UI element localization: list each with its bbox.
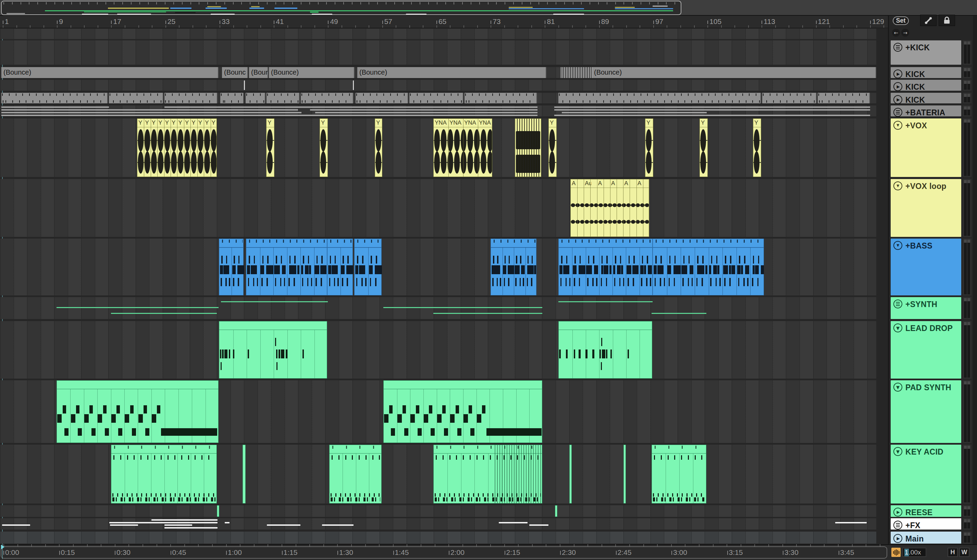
track-header-kick[interactable]: ▶KICK — [891, 93, 961, 103]
clip-slice[interactable]: Y — [144, 119, 151, 177]
chevron-circle-icon[interactable]: ▼ — [893, 121, 902, 130]
chevron-circle-icon[interactable]: ▼ — [893, 241, 902, 250]
lock-button[interactable] — [939, 15, 955, 26]
clip-slice[interactable] — [604, 179, 610, 237]
audio-clip-vocal[interactable]: Y — [753, 118, 761, 177]
track-row-lead-drop[interactable] — [0, 321, 876, 378]
clip-slice[interactable]: Y — [151, 119, 158, 177]
play-circle-icon[interactable]: ▶ — [893, 70, 902, 78]
clip-slice[interactable]: Y — [184, 119, 191, 177]
clip-slice[interactable] — [577, 179, 584, 237]
small-midi-clip[interactable] — [555, 505, 557, 517]
clip-slice[interactable] — [616, 179, 623, 237]
play-circle-icon[interactable]: ▶ — [893, 95, 902, 104]
audio-clip-grey[interactable] — [301, 93, 354, 103]
audio-clip-grey[interactable] — [2, 93, 108, 103]
audio-clip-grey[interactable] — [464, 93, 537, 103]
fixed-height-button[interactable]: H — [947, 548, 958, 557]
small-midi-clip[interactable] — [623, 445, 626, 503]
track-row-fx[interactable] — [0, 518, 876, 530]
midi-clip-bass[interactable] — [219, 238, 244, 295]
small-midi-clip[interactable] — [569, 445, 572, 503]
audio-clip-bounce[interactable]: (Bounce) — [2, 67, 219, 78]
midi-clip-acid[interactable] — [433, 445, 542, 503]
track-header-fx[interactable]: +FX — [891, 518, 961, 530]
clip-slice[interactable]: YNA — [448, 119, 464, 177]
audio-clip-grey[interactable] — [246, 93, 266, 103]
midi-clip-bass[interactable] — [558, 238, 653, 295]
track-header-vox-loop[interactable]: ▼+VOX loop — [891, 179, 961, 237]
clip-slice[interactable]: Y — [170, 119, 177, 177]
track-row-pad-synth[interactable] — [0, 380, 876, 443]
clip-slice[interactable]: YNA — [463, 119, 478, 177]
clip-slice[interactable]: Y — [137, 119, 144, 177]
audio-clip-grey[interactable] — [409, 93, 464, 103]
track-header-reese[interactable]: ▶REESE — [891, 505, 961, 517]
track-header-pad-synth[interactable]: ▼PAD SYNTH — [891, 380, 961, 443]
chevron-circle-icon[interactable]: ▼ — [893, 182, 902, 190]
forward-button[interactable]: → — [901, 29, 909, 37]
clip-slice[interactable]: Y — [157, 119, 164, 177]
audio-clip-grey[interactable] — [558, 93, 761, 103]
clip-slice[interactable]: Y — [211, 119, 217, 177]
fixed-width-button[interactable]: W — [959, 548, 969, 557]
audio-clip-grey[interactable] — [164, 93, 217, 103]
audio-clip-vocal[interactable]: Y — [266, 118, 274, 177]
clip-slice[interactable]: Y — [645, 119, 654, 177]
group-icon[interactable] — [893, 43, 902, 52]
track-row-kick[interactable] — [0, 40, 876, 65]
audio-clip-vocal[interactable]: Y — [645, 118, 653, 177]
clip-slice[interactable]: A — [623, 179, 630, 237]
track-row-vox[interactable]: YYYYYYYYYYYYYYYYNAYNAYNAYNAYYYY — [0, 118, 876, 177]
track-row-kick[interactable]: (Bounce)(Bounc(Bour(Bounce)(Bounce)(Boun… — [0, 67, 876, 78]
track-row-key-acid[interactable] — [0, 445, 876, 503]
arrangement-overview[interactable] — [0, 0, 977, 16]
midi-clip-acid[interactable] — [111, 445, 217, 503]
midi-clip-bass[interactable] — [246, 238, 327, 295]
clip-slice[interactable]: A — [597, 179, 604, 237]
audio-clip-grey[interactable] — [762, 93, 817, 103]
track-row-bass[interactable] — [0, 238, 876, 295]
audio-clip-grey[interactable] — [267, 93, 300, 103]
play-circle-icon[interactable]: ▶ — [893, 508, 902, 517]
clip-slice[interactable]: Y — [375, 119, 382, 177]
track-header-kick[interactable]: ▶KICK — [891, 80, 961, 91]
audio-clip-grey[interactable] — [220, 93, 244, 103]
audio-clip-chopped[interactable] — [515, 118, 541, 177]
clip-slice[interactable] — [591, 179, 598, 237]
audition-button[interactable] — [891, 548, 900, 557]
set-button[interactable]: Set — [893, 17, 909, 25]
track-row-bateria[interactable] — [0, 105, 876, 117]
audio-clip-vocal[interactable]: Y — [700, 118, 708, 177]
playback-speed-field[interactable]: 1.00x — [902, 548, 926, 557]
group-icon[interactable] — [893, 300, 902, 308]
audio-clip-vocal[interactable]: YYYYYYYYYYYY — [137, 118, 217, 177]
small-midi-clip[interactable] — [242, 445, 246, 503]
triangle-circle-icon[interactable]: ▼ — [893, 447, 902, 456]
track-row-reese[interactable] — [0, 505, 876, 517]
play-circle-icon[interactable]: ▶ — [893, 82, 902, 91]
track-row-vox-loop[interactable]: AAuAAAA — [0, 179, 876, 237]
audio-clip-vocal[interactable]: Y — [320, 118, 328, 177]
track-header-bass[interactable]: ▼+BASS — [891, 238, 961, 295]
group-icon[interactable] — [893, 108, 902, 117]
clip-slice[interactable]: A — [610, 179, 617, 237]
clip-slice[interactable]: YNA — [478, 119, 493, 177]
clip-slice[interactable]: Y — [197, 119, 204, 177]
midi-clip-acid[interactable] — [329, 445, 382, 503]
track-row-kick[interactable] — [0, 93, 876, 103]
midi-clip-bass[interactable] — [327, 238, 353, 295]
audio-clip-grey[interactable] — [818, 93, 870, 103]
audio-clip-vocal[interactable]: Y — [375, 118, 382, 177]
audio-clip-bounce[interactable]: (Bounc — [222, 67, 248, 78]
horizontal-zoom-trough[interactable] — [1, 546, 887, 558]
audio-clip-bounce[interactable]: (Bounce) — [357, 67, 546, 78]
clip-slice[interactable]: Y — [204, 119, 211, 177]
track-header-kick[interactable]: ▶KICK — [891, 67, 961, 78]
midi-clip-lead[interactable] — [558, 321, 652, 378]
track-header-synth[interactable]: +SYNTH — [891, 297, 961, 319]
vertical-scrollbar[interactable] — [973, 16, 977, 544]
group-icon[interactable] — [893, 521, 902, 530]
draw-tool-button[interactable] — [920, 15, 937, 26]
clip-slice[interactable]: Au — [584, 179, 591, 237]
